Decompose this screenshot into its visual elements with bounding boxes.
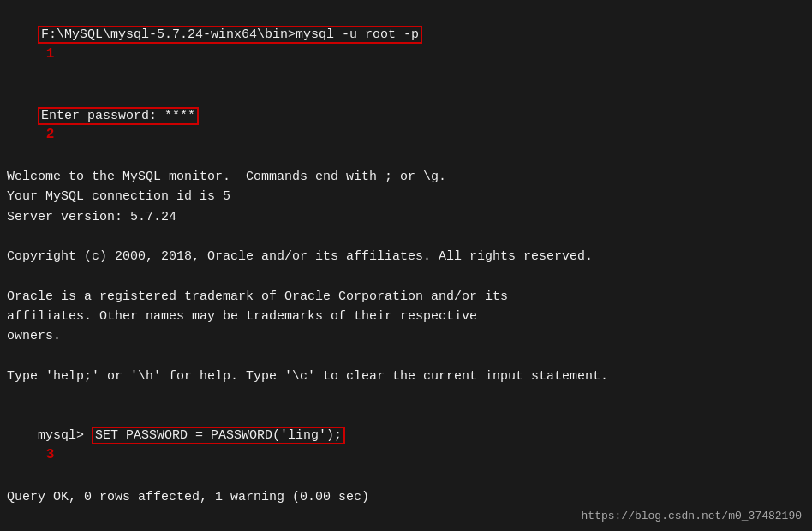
- setpassword-result-line: Query OK, 0 rows affected, 1 warning (0.…: [7, 487, 805, 507]
- copyright-line: Copyright (c) 2000, 2018, Oracle and/or …: [7, 247, 805, 266]
- cmd-path-line: F:\MySQL\mysql-5.7.24-winx64\bin>mysql -…: [7, 5, 805, 87]
- mysql-prompt-3: mysql>: [38, 428, 92, 443]
- watermark: https://blog.csdn.net/m0_37482190: [582, 510, 802, 522]
- terminal: F:\MySQL\mysql-5.7.24-winx64\bin>mysql -…: [0, 0, 812, 531]
- cmd-path-highlighted: F:\MySQL\mysql-5.7.24-winx64\bin>mysql -…: [38, 26, 422, 44]
- enter-password-highlighted: Enter password: ****: [38, 107, 199, 125]
- setpassword-cmd: SET PASSWORD = PASSWORD('ling');: [92, 427, 345, 444]
- connid-line: Your MySQL connection id is 5: [7, 187, 805, 206]
- label-2: 2: [38, 127, 54, 142]
- blank4: [7, 386, 805, 406]
- oracle1-line: Oracle is a registered trademark of Orac…: [7, 287, 805, 307]
- setpassword-line: mysql> SET PASSWORD = PASSWORD('ling'); …: [7, 406, 805, 487]
- blank2: [7, 266, 805, 286]
- blank1: [7, 227, 805, 247]
- version-line: Server version: 5.7.24: [7, 207, 805, 227]
- oracle2-line: affiliates. Other names may be trademark…: [7, 307, 805, 326]
- alteruser-line: mysql> ALTER USER 'root'@'localhost' PAS…: [7, 527, 805, 531]
- welcome-line: Welcome to the MySQL monitor. Commands e…: [7, 167, 805, 187]
- label-3: 3: [38, 447, 54, 462]
- label-1: 1: [38, 46, 54, 62]
- blank3: [7, 346, 805, 366]
- oracle3-line: owners.: [7, 326, 805, 346]
- enter-password-line: Enter password: **** 2: [7, 87, 805, 168]
- typeh-line: Type 'help;' or '\h' for help. Type '\c'…: [7, 367, 805, 386]
